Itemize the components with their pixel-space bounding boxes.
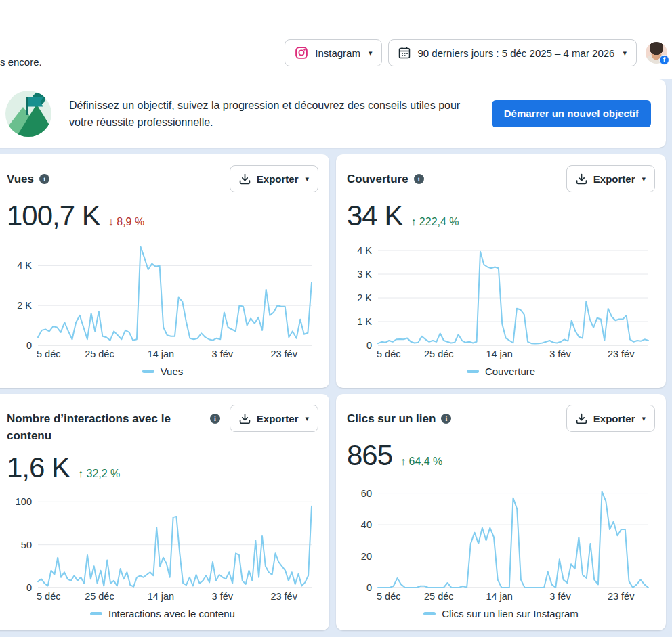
facebook-badge-icon: f [659,55,669,65]
export-label: Exporter [257,173,299,185]
svg-text:25 déc: 25 déc [85,591,114,602]
svg-text:23 fév: 23 fév [608,591,635,602]
svg-text:3 fév: 3 fév [549,349,571,359]
legend-label: Couverture [485,366,535,377]
line-chart-couverture: 4 K3 K2 K1 K05 déc25 déc14 jan3 fév23 fé… [347,241,655,361]
svg-text:4 K: 4 K [357,245,372,256]
card-couverture: Couverture i Exporter ▾ 34 K ↑ 222,4 % 4… [336,154,666,388]
svg-text:4 K: 4 K [17,261,32,271]
line-chart-vues: 4 K2 K05 déc25 déc14 jan3 fév23 fév [7,241,318,361]
card-title: Couverture [347,171,408,188]
svg-text:40: 40 [361,519,372,530]
svg-text:25 déc: 25 déc [424,349,454,359]
goal-mountain-flag-icon [5,91,51,137]
legend-line-marker [467,370,479,373]
card-interactions: Nombre d’interactions avec le contenu i … [0,394,329,630]
metric-value: 100,7 K [7,200,100,232]
svg-text:3 fév: 3 fév [549,591,571,602]
metric-value: 1,6 K [7,452,70,483]
legend-line-marker [90,612,102,615]
legend-label: Clics sur un lien sur Instagram [442,608,579,619]
svg-text:23 fév: 23 fév [270,591,297,602]
svg-text:100: 100 [16,496,32,507]
platform-selector-label: Instagram [315,47,360,59]
svg-text:50: 50 [21,540,32,550]
metric-value: 865 [347,440,392,471]
export-label: Exporter [257,413,299,424]
legend-label: Vues [161,366,184,377]
export-label: Exporter [593,173,635,185]
svg-text:14 jan: 14 jan [148,591,175,602]
chevron-down-icon: ▾ [305,175,309,183]
svg-text:3 fév: 3 fév [212,349,234,359]
svg-text:2 K: 2 K [357,292,372,303]
metric-delta: ↑ 64,4 % [400,456,442,468]
chart-legend: Interactions avec le contenu [7,604,318,623]
platform-selector-button[interactable]: Instagram ▾ [285,39,382,66]
legend-line-marker [142,370,154,373]
goal-banner: Définissez un objectif, suivez la progre… [0,79,666,148]
svg-text:20: 20 [361,551,372,562]
export-button[interactable]: Exporter ▾ [230,165,318,192]
date-range-label: 90 derniers jours : 5 déc 2025 – 4 mar 2… [417,47,614,59]
svg-text:3 fév: 3 fév [212,591,234,602]
header-controls: Instagram ▾ 90 derniers jours : 5 déc 20… [285,39,667,66]
line-chart-interactions: 1005005 déc25 déc14 jan3 fév23 fév [7,493,318,603]
line-chart-clics: 60402005 déc25 déc14 jan3 fév23 fév [347,481,655,603]
svg-text:0: 0 [366,340,372,351]
chart-legend: Vues [7,361,318,381]
svg-text:1 K: 1 K [357,316,372,327]
cutoff-sentence: s encore. [0,56,42,68]
instagram-icon [295,46,308,60]
profile-avatar[interactable]: f [646,42,667,64]
svg-text:23 fév: 23 fév [270,349,297,359]
svg-text:5 déc: 5 déc [377,349,400,359]
download-icon [239,173,251,185]
date-range-button[interactable]: 90 derniers jours : 5 déc 2025 – 4 mar 2… [388,39,637,66]
top-divider-strip [0,0,672,22]
card-title: Vues [7,171,34,188]
svg-text:5 déc: 5 déc [37,349,60,359]
export-button[interactable]: Exporter ▾ [566,165,655,192]
chevron-down-icon: ▾ [305,414,309,423]
svg-text:25 déc: 25 déc [424,591,454,602]
svg-text:14 jan: 14 jan [486,591,513,602]
svg-text:25 déc: 25 déc [85,349,114,359]
legend-line-marker [423,612,436,615]
svg-text:23 fév: 23 fév [608,349,635,359]
page-header: s encore. Instagram ▾ [0,23,672,79]
info-icon[interactable]: i [414,174,424,184]
download-icon [576,413,587,424]
card-title: Nombre d’interactions avec le contenu [7,410,205,444]
chevron-down-icon: ▾ [642,414,646,423]
svg-text:5 déc: 5 déc [37,591,60,602]
chevron-down-icon: ▾ [623,49,627,58]
svg-text:60: 60 [361,488,372,499]
metric-value: 34 K [347,200,402,232]
svg-text:0: 0 [26,340,32,351]
svg-text:14 jan: 14 jan [148,349,175,359]
info-icon[interactable]: i [441,414,451,424]
svg-text:5 déc: 5 déc [377,591,400,602]
download-icon [576,173,587,185]
export-button[interactable]: Exporter ▾ [230,405,318,432]
chart-legend: Couverture [347,361,655,381]
svg-text:2 K: 2 K [17,300,32,311]
chart-legend: Clics sur un lien sur Instagram [347,604,655,623]
export-button[interactable]: Exporter ▾ [566,405,655,432]
card-vues: Vues i Exporter ▾ 100,7 K ↓ 8,9 % 4 K2 K… [0,154,329,388]
info-icon[interactable]: i [39,174,49,184]
info-icon[interactable]: i [210,414,220,424]
metric-delta: ↑ 222,4 % [411,216,459,228]
start-new-goal-button[interactable]: Démarrer un nouvel objectif [492,100,651,127]
legend-label: Interactions avec le contenu [108,608,235,619]
download-icon [239,413,251,424]
svg-text:0: 0 [26,582,32,593]
export-label: Exporter [593,413,635,424]
chevron-down-icon: ▾ [642,175,646,183]
metric-delta: ↑ 32,2 % [78,468,120,480]
svg-text:0: 0 [366,582,372,593]
goal-banner-text: Définissez un objectif, suivez la progre… [69,97,481,131]
svg-text:3 K: 3 K [357,269,372,280]
calendar-icon [398,47,411,59]
